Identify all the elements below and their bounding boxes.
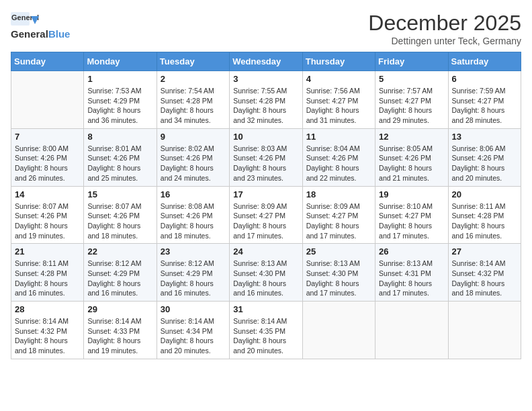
title-area: December 2025 Dettingen unter Teck, Germ… (368, 11, 521, 46)
logo-general-text: General (11, 28, 48, 40)
day-number: 12 (379, 132, 444, 142)
day-cell: 19Sunrise: 8:10 AM Sunset: 4:27 PM Dayli… (375, 186, 448, 244)
week-row-1: 1Sunrise: 7:53 AM Sunset: 4:29 PM Daylig… (11, 71, 521, 129)
day-cell: 23Sunrise: 8:12 AM Sunset: 4:29 PM Dayli… (157, 244, 229, 302)
day-cell: 4Sunrise: 7:56 AM Sunset: 4:27 PM Daylig… (302, 71, 375, 129)
location-title: Dettingen unter Teck, Germany (368, 36, 521, 46)
day-number: 6 (452, 74, 517, 84)
day-number: 4 (306, 74, 371, 84)
logo: General General Blue (11, 11, 70, 40)
day-number: 1 (87, 74, 152, 84)
day-info: Sunrise: 8:01 AM Sunset: 4:26 PM Dayligh… (87, 144, 152, 183)
day-info: Sunrise: 8:09 AM Sunset: 4:27 PM Dayligh… (233, 201, 298, 241)
day-cell: 8Sunrise: 8:01 AM Sunset: 4:26 PM Daylig… (84, 128, 157, 186)
day-cell: 7Sunrise: 8:00 AM Sunset: 4:26 PM Daylig… (11, 128, 84, 186)
day-info: Sunrise: 7:59 AM Sunset: 4:27 PM Dayligh… (452, 86, 517, 126)
day-info: Sunrise: 8:13 AM Sunset: 4:30 PM Dayligh… (306, 259, 371, 298)
weekday-header-tuesday: Tuesday (157, 52, 229, 71)
calendar: SundayMondayTuesdayWednesdayThursdayFrid… (11, 52, 521, 359)
week-row-4: 21Sunrise: 8:11 AM Sunset: 4:28 PM Dayli… (11, 244, 521, 302)
day-number: 17 (233, 189, 298, 199)
day-number: 15 (87, 189, 152, 199)
day-cell: 14Sunrise: 8:07 AM Sunset: 4:26 PM Dayli… (11, 186, 84, 244)
day-info: Sunrise: 8:02 AM Sunset: 4:26 PM Dayligh… (161, 144, 226, 183)
day-info: Sunrise: 8:07 AM Sunset: 4:26 PM Dayligh… (15, 201, 80, 241)
day-info: Sunrise: 8:10 AM Sunset: 4:27 PM Dayligh… (379, 201, 444, 241)
week-row-5: 28Sunrise: 8:14 AM Sunset: 4:32 PM Dayli… (11, 302, 521, 359)
week-row-3: 14Sunrise: 8:07 AM Sunset: 4:26 PM Dayli… (11, 186, 521, 244)
day-number: 18 (306, 189, 371, 199)
day-info: Sunrise: 8:08 AM Sunset: 4:26 PM Dayligh… (161, 201, 226, 241)
day-number: 22 (87, 246, 152, 257)
day-cell (302, 302, 375, 359)
day-info: Sunrise: 8:07 AM Sunset: 4:26 PM Dayligh… (87, 201, 152, 241)
day-info: Sunrise: 7:55 AM Sunset: 4:28 PM Dayligh… (233, 86, 298, 126)
day-cell: 27Sunrise: 8:14 AM Sunset: 4:32 PM Dayli… (448, 244, 521, 302)
day-cell: 20Sunrise: 8:11 AM Sunset: 4:28 PM Dayli… (448, 186, 521, 244)
day-number: 9 (161, 132, 226, 142)
weekday-header-row: SundayMondayTuesdayWednesdayThursdayFrid… (11, 52, 521, 71)
day-info: Sunrise: 8:04 AM Sunset: 4:26 PM Dayligh… (306, 144, 371, 183)
day-number: 24 (233, 246, 298, 257)
day-number: 23 (161, 246, 226, 257)
day-number: 27 (452, 246, 517, 257)
day-number: 26 (379, 246, 444, 257)
day-cell: 26Sunrise: 8:13 AM Sunset: 4:31 PM Dayli… (375, 244, 448, 302)
weekday-header-wednesday: Wednesday (230, 52, 302, 71)
day-info: Sunrise: 8:09 AM Sunset: 4:27 PM Dayligh… (306, 201, 371, 241)
day-number: 5 (379, 74, 444, 84)
day-cell (375, 302, 448, 359)
weekday-header-monday: Monday (84, 52, 157, 71)
day-number: 29 (87, 304, 152, 314)
day-number: 25 (306, 246, 371, 257)
day-number: 21 (15, 246, 80, 257)
day-number: 2 (161, 74, 226, 84)
day-number: 14 (15, 189, 80, 199)
week-row-2: 7Sunrise: 8:00 AM Sunset: 4:26 PM Daylig… (11, 128, 521, 186)
day-cell (11, 71, 84, 129)
weekday-header-saturday: Saturday (448, 52, 521, 71)
day-number: 20 (452, 189, 517, 199)
day-info: Sunrise: 8:14 AM Sunset: 4:32 PM Dayligh… (15, 316, 80, 356)
day-info: Sunrise: 7:57 AM Sunset: 4:27 PM Dayligh… (379, 86, 444, 126)
day-number: 11 (306, 132, 371, 142)
day-number: 28 (15, 304, 80, 314)
day-info: Sunrise: 8:00 AM Sunset: 4:26 PM Dayligh… (15, 144, 80, 183)
weekday-header-sunday: Sunday (11, 52, 84, 71)
day-info: Sunrise: 8:06 AM Sunset: 4:26 PM Dayligh… (452, 144, 517, 183)
day-cell: 21Sunrise: 8:11 AM Sunset: 4:28 PM Dayli… (11, 244, 84, 302)
day-cell: 11Sunrise: 8:04 AM Sunset: 4:26 PM Dayli… (302, 128, 375, 186)
day-cell: 5Sunrise: 7:57 AM Sunset: 4:27 PM Daylig… (375, 71, 448, 129)
day-cell: 18Sunrise: 8:09 AM Sunset: 4:27 PM Dayli… (302, 186, 375, 244)
day-cell: 15Sunrise: 8:07 AM Sunset: 4:26 PM Dayli… (84, 186, 157, 244)
day-cell: 31Sunrise: 8:14 AM Sunset: 4:35 PM Dayli… (230, 302, 302, 359)
day-info: Sunrise: 8:11 AM Sunset: 4:28 PM Dayligh… (15, 259, 80, 298)
day-cell: 28Sunrise: 8:14 AM Sunset: 4:32 PM Dayli… (11, 302, 84, 359)
day-info: Sunrise: 7:56 AM Sunset: 4:27 PM Dayligh… (306, 86, 371, 126)
day-cell: 24Sunrise: 8:13 AM Sunset: 4:30 PM Dayli… (230, 244, 302, 302)
day-cell: 16Sunrise: 8:08 AM Sunset: 4:26 PM Dayli… (157, 186, 229, 244)
day-number: 13 (452, 132, 517, 142)
day-number: 16 (161, 189, 226, 199)
day-info: Sunrise: 8:14 AM Sunset: 4:32 PM Dayligh… (452, 259, 517, 298)
day-number: 31 (233, 304, 298, 314)
day-cell: 3Sunrise: 7:55 AM Sunset: 4:28 PM Daylig… (230, 71, 302, 129)
day-cell: 25Sunrise: 8:13 AM Sunset: 4:30 PM Dayli… (302, 244, 375, 302)
day-info: Sunrise: 8:05 AM Sunset: 4:26 PM Dayligh… (379, 144, 444, 183)
day-cell: 12Sunrise: 8:05 AM Sunset: 4:26 PM Dayli… (375, 128, 448, 186)
logo-blue-text: Blue (48, 28, 71, 40)
day-cell: 9Sunrise: 8:02 AM Sunset: 4:26 PM Daylig… (157, 128, 229, 186)
day-info: Sunrise: 8:14 AM Sunset: 4:34 PM Dayligh… (161, 316, 226, 356)
day-cell: 29Sunrise: 8:14 AM Sunset: 4:33 PM Dayli… (84, 302, 157, 359)
weekday-header-thursday: Thursday (302, 52, 375, 71)
day-cell: 10Sunrise: 8:03 AM Sunset: 4:26 PM Dayli… (230, 128, 302, 186)
day-number: 3 (233, 74, 298, 84)
day-info: Sunrise: 8:12 AM Sunset: 4:29 PM Dayligh… (161, 259, 226, 298)
day-info: Sunrise: 8:11 AM Sunset: 4:28 PM Dayligh… (452, 201, 517, 241)
day-number: 30 (161, 304, 226, 314)
day-number: 19 (379, 189, 444, 199)
day-info: Sunrise: 8:14 AM Sunset: 4:35 PM Dayligh… (233, 316, 298, 356)
day-info: Sunrise: 8:14 AM Sunset: 4:33 PM Dayligh… (87, 316, 152, 356)
header: General General Blue December 2025 Detti… (11, 11, 521, 46)
day-cell (448, 302, 521, 359)
